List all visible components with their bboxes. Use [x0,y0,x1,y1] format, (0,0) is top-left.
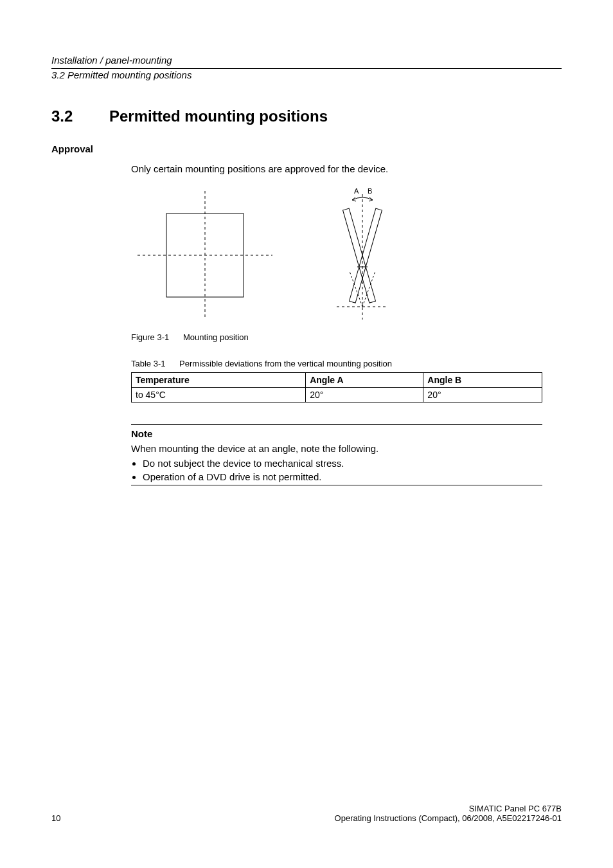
note-rule-top [131,424,542,425]
footer-right: SIMATIC Panel PC 677B Operating Instruct… [335,804,562,823]
angle-table: Temperature Angle A Angle B to 45°C 20° … [131,372,542,402]
th-angle-b: Angle B [423,373,542,388]
th-temperature: Temperature [132,373,306,388]
note-rule-bottom [131,485,542,485]
section-title: Permitted mounting positions [109,107,328,125]
approval-intro: Only certain mounting positions are appr… [131,163,562,174]
td-angle-b: 20° [423,388,542,402]
note-block: Note When mounting the device at an angl… [131,424,542,485]
note-title: Note [131,428,542,439]
list-item: Do not subject the device to mechanical … [143,458,542,469]
figure-mounting-position: A B Figure 3-1 Mounting position Table 3… [131,185,562,402]
table-header-row: Temperature Angle A Angle B [132,373,542,388]
breadcrumb: Installation / panel-mounting [51,55,562,67]
footer-line1: SIMATIC Panel PC 677B [335,804,562,813]
note-lead: When mounting the device at an angle, no… [131,443,542,454]
list-item: Operation of a DVD drive is not permitte… [143,471,542,482]
page-header: Installation / panel-mounting 3.2 Permit… [51,55,562,80]
note-list: Do not subject the device to mechanical … [131,458,542,482]
header-subheading: 3.2 Permitted mounting positions [51,69,562,80]
angle-a-label: A [354,187,359,195]
angle-b-label: B [368,187,372,195]
td-angle-a: 20° [306,388,423,402]
figure-caption-text: Mounting position [183,332,249,342]
table-row: to 45°C 20° 20° [132,388,542,402]
footer-page-number: 10 [51,813,60,823]
table-caption-text: Permissible deviations from the vertical… [179,359,392,368]
page-footer: 10 SIMATIC Panel PC 677B Operating Instr… [51,804,562,823]
footer-line2: Operating Instructions (Compact), 06/200… [335,813,562,823]
mounting-diagram: A B [131,185,414,326]
table-caption-row: Table 3-1 Permissible deviations from th… [131,359,562,368]
table-label: Table 3-1 [131,359,165,368]
th-angle-a: Angle A [306,373,423,388]
figure-label: Figure 3-1 [131,332,169,342]
figure-caption: Figure 3-1 Mounting position [131,332,562,342]
td-temperature: to 45°C [132,388,306,402]
section-number: 3.2 [51,107,109,125]
header-rule [51,68,562,69]
section-heading: 3.2 Permitted mounting positions [51,107,562,125]
approval-heading: Approval [51,143,562,154]
